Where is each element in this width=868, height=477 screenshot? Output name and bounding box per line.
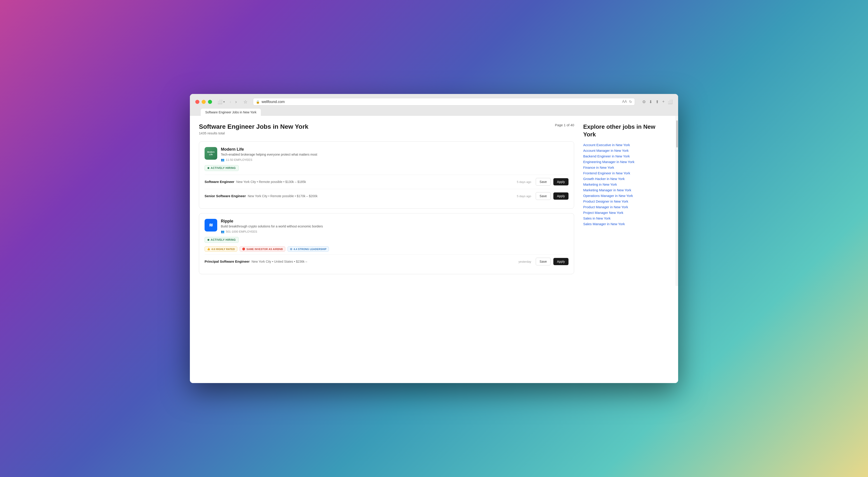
browser-chrome: ⬜ ▾ ‹ › ☆ 🔒 wellfound.com A⁠A ↻ ⚙	[190, 94, 678, 116]
apply-button-pse[interactable]: Apply	[553, 258, 568, 265]
job-meta: New York City • Remote possible • $130k …	[236, 180, 306, 183]
company-logo-modern-life: ModernLife	[205, 147, 217, 160]
back-button[interactable]: ‹	[228, 98, 232, 105]
address-bar-icons: A⁠A ↻	[622, 100, 632, 104]
sidebar-link-4[interactable]: Finance in New York	[583, 166, 669, 169]
active-tab[interactable]: Software Engineer Jobs in New York	[201, 109, 261, 116]
job-meta-pse: New York City • United States • $236k –	[252, 260, 307, 263]
download-icon[interactable]: ⬇	[649, 99, 652, 104]
chevron-down-icon: ▾	[223, 100, 225, 103]
company-description: Tech-enabled brokerage helping everyone …	[221, 153, 568, 156]
close-button[interactable]	[195, 100, 199, 104]
active-dot-icon	[208, 167, 209, 169]
main-column: Software Engineer Jobs in New York 1435 …	[199, 123, 574, 279]
job-title: Software Engineer	[205, 180, 235, 183]
job-listing-software-engineer: Software Engineer New York City • Remote…	[205, 175, 568, 189]
page-indicator: Page 1 of 40	[555, 123, 574, 127]
refresh-icon[interactable]: ↻	[629, 100, 632, 104]
job-actions: 5 days ago Save Apply	[517, 178, 568, 186]
leadership-text: 4.4 STRONG LEADERSHIP	[293, 248, 327, 250]
sidebar-link-0[interactable]: Account Executive in New York	[583, 143, 669, 147]
sidebar-link-10[interactable]: Product Designer in New York	[583, 199, 669, 203]
sidebar-link-8[interactable]: Marketing Manager in New York	[583, 188, 669, 192]
maximize-button[interactable]	[208, 100, 212, 104]
page-content: Software Engineer Jobs in New York 1435 …	[190, 116, 678, 383]
job-meta-sse: New York City • Remote possible • $170k …	[248, 194, 318, 198]
browser-controls-bar: ⬜ ▾ ‹ › ☆ 🔒 wellfound.com A⁠A ↻ ⚙	[195, 98, 673, 105]
tab-bar: Software Engineer Jobs in New York	[195, 109, 673, 116]
nav-arrows: ‹ ›	[228, 98, 238, 105]
header-left: Software Engineer Jobs in New York 1435 …	[199, 123, 308, 135]
results-count: 1435 results total	[199, 131, 308, 135]
highly-rated-badge: 👍 4.6 HIGHLY RATED	[205, 246, 237, 251]
save-button-pse[interactable]: Save	[536, 258, 551, 265]
forward-button[interactable]: ›	[234, 98, 238, 105]
url-text: wellfound.com	[261, 100, 620, 104]
company-size-text-ripple: 501-1000 EMPLOYEES	[226, 230, 257, 233]
sidebar-link-11[interactable]: Product Manager in New York	[583, 205, 669, 209]
job-listing-principal-se: Principal Software Engineer New York Cit…	[205, 254, 568, 269]
apply-button-se[interactable]: Apply	[553, 178, 568, 185]
leadership-icon: ◎	[290, 247, 292, 250]
job-actions-sse: 5 days ago Save Apply	[517, 192, 568, 200]
content-area: Software Engineer Jobs in New York 1435 …	[190, 116, 678, 286]
browser-right-controls: ⚙ ⬇ ⬆ + ⬜	[642, 99, 673, 104]
sidebar: Explore other jobs in New York Account E…	[583, 123, 669, 279]
sidebar-link-9[interactable]: Operations Manager in New York	[583, 194, 669, 198]
sidebar-link-1[interactable]: Account Manager in New York	[583, 148, 669, 152]
address-bar[interactable]: 🔒 wellfound.com A⁠A ↻	[253, 98, 635, 105]
sidebar-link-5[interactable]: Frontend Engineer in New York	[583, 171, 669, 175]
share-icon[interactable]: ⬆	[655, 99, 659, 104]
apply-button-sse[interactable]: Apply	[553, 193, 568, 200]
job-info: Software Engineer New York City • Remote…	[205, 180, 517, 184]
job-card-modern-life: ModernLife Modern Life Tech-enabled brok…	[199, 141, 574, 209]
company-name-ripple[interactable]: Ripple	[221, 219, 568, 224]
sidebar-title: Explore other jobs in New York	[583, 123, 669, 138]
scrollbar-track[interactable]	[675, 116, 678, 286]
actively-hiring-badge-ripple: ACTIVELY HIRING	[205, 237, 239, 243]
sidebar-link-7[interactable]: Marketing in New York	[583, 182, 669, 186]
status-text-ripple: ACTIVELY HIRING	[211, 238, 236, 241]
job-actions-pse: yesterday Save Apply	[519, 258, 568, 265]
sidebar-link-3[interactable]: Engineering Manager in New York	[583, 160, 669, 164]
job-listing-senior-software-engineer: Senior Software Engineer New York City •…	[205, 189, 568, 203]
sidebar-link-13[interactable]: Sales in New York	[583, 216, 669, 220]
company-name[interactable]: Modern Life	[221, 147, 568, 152]
sidebar-toggle-icon: ⬜	[217, 99, 222, 104]
translate-icon: A⁠A	[622, 100, 627, 104]
save-button-se[interactable]: Save	[536, 178, 551, 186]
time-ago: 5 days ago	[517, 180, 531, 183]
sidebar-link-2[interactable]: Backend Engineer in New York	[583, 154, 669, 158]
job-card-ripple: ≋ Ripple Build breakthrough crypto solut…	[199, 213, 574, 274]
bookmark-star-icon[interactable]: ☆	[243, 99, 248, 105]
scrollbar-thumb[interactable]	[676, 121, 678, 147]
actively-hiring-badge: ACTIVELY HIRING	[205, 165, 239, 171]
company-header-ripple: ≋ Ripple Build breakthrough crypto solut…	[205, 219, 568, 233]
leadership-badge: ◎ 4.4 STRONG LEADERSHIP	[287, 246, 329, 251]
sidebar-link-14[interactable]: Sales Manager in New York	[583, 222, 669, 226]
active-dot-ripple-icon	[208, 239, 209, 241]
page-title: Software Engineer Jobs in New York	[199, 123, 308, 130]
investor-badge: 🔴 SAME INVESTOR AS AIRBNB	[240, 246, 285, 251]
job-title-pse: Principal Software Engineer	[205, 260, 250, 263]
traffic-lights	[195, 100, 212, 104]
sidebar-toggle-button[interactable]: ⬜ ▾	[217, 99, 225, 104]
tabs-icon[interactable]: ⬜	[668, 99, 673, 104]
sidebar-links-list: Account Executive in New York Account Ma…	[583, 143, 669, 226]
new-tab-icon[interactable]: +	[662, 99, 664, 104]
minimize-button[interactable]	[202, 100, 206, 104]
save-button-sse[interactable]: Save	[536, 192, 551, 200]
company-info-modern-life: Modern Life Tech-enabled brokerage helpi…	[221, 147, 568, 162]
rating-text: 4.6 HIGHLY RATED	[211, 248, 235, 250]
time-ago-pse: yesterday	[519, 260, 531, 263]
job-title-sse: Senior Software Engineer	[205, 194, 246, 198]
settings-icon[interactable]: ⚙	[642, 99, 646, 104]
company-description-ripple: Build breakthrough crypto solutions for …	[221, 225, 568, 228]
job-info-pse: Principal Software Engineer New York Cit…	[205, 260, 519, 264]
tab-label: Software Engineer Jobs in New York	[205, 110, 256, 114]
company-size-text: 11-50 EMPLOYEES	[226, 158, 252, 162]
sidebar-link-6[interactable]: Growth Hacker in New York	[583, 177, 669, 181]
employees-icon-ripple: 👥	[221, 230, 224, 233]
sidebar-link-12[interactable]: Project Manager New York	[583, 211, 669, 214]
company-info-ripple: Ripple Build breakthrough crypto solutio…	[221, 219, 568, 233]
